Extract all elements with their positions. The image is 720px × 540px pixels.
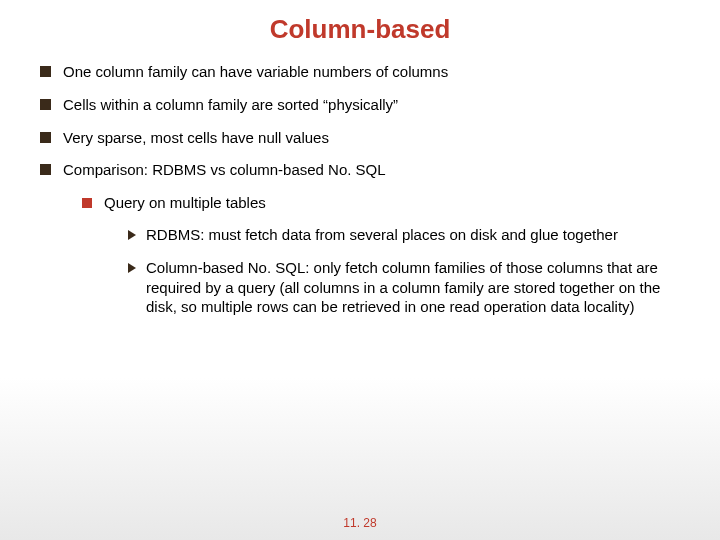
- bullet-item: Cells within a column family are sorted …: [40, 96, 690, 115]
- square-bullet-icon: [40, 132, 51, 143]
- sub-sub-bullet-text: Column-based No. SQL: only fetch column …: [146, 258, 690, 317]
- square-bullet-icon: [40, 66, 51, 77]
- bullet-text: One column family can have variable numb…: [63, 63, 448, 82]
- sub-sub-bullet-item: RDBMS: must fetch data from several plac…: [128, 225, 690, 245]
- sub-bullet-text: Query on multiple tables: [104, 194, 266, 213]
- triangle-bullet-icon: [128, 230, 136, 240]
- triangle-bullet-icon: [128, 263, 136, 273]
- sub-bullet-item: Query on multiple tables: [82, 194, 690, 213]
- slide-number: 11. 28: [0, 516, 720, 530]
- bullet-item: One column family can have variable numb…: [40, 63, 690, 82]
- bullet-text: Comparison: RDBMS vs column-based No. SQ…: [63, 161, 386, 180]
- bullet-item: Comparison: RDBMS vs column-based No. SQ…: [40, 161, 690, 180]
- slide-content: One column family can have variable numb…: [0, 63, 720, 317]
- sub-sub-bullet-text: RDBMS: must fetch data from several plac…: [146, 225, 618, 245]
- square-bullet-icon: [40, 164, 51, 175]
- sub-sub-bullet-item: Column-based No. SQL: only fetch column …: [128, 258, 690, 317]
- slide-title: Column-based: [0, 0, 720, 63]
- square-bullet-icon: [40, 99, 51, 110]
- bullet-text: Very sparse, most cells have null values: [63, 129, 329, 148]
- disc-bullet-icon: [82, 198, 92, 208]
- bullet-text: Cells within a column family are sorted …: [63, 96, 398, 115]
- bullet-item: Very sparse, most cells have null values: [40, 129, 690, 148]
